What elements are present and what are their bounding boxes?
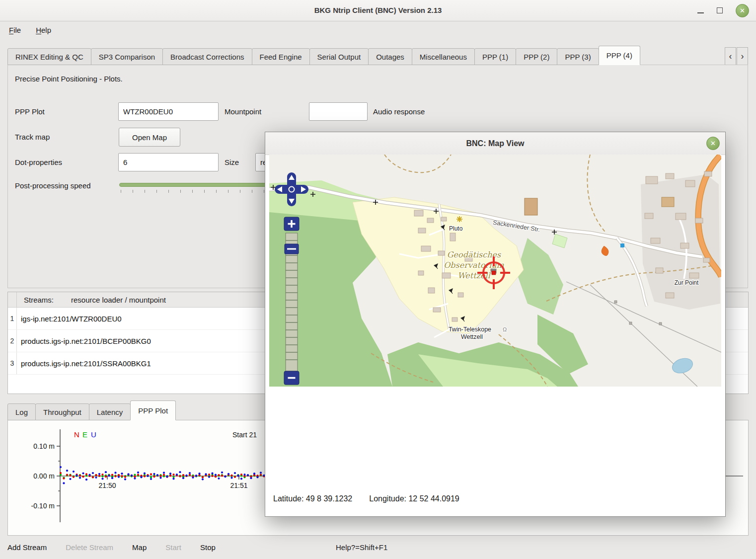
stream-row-index: 2 — [8, 330, 17, 352]
streams-header-columns: resource loader / mountpoint — [71, 296, 166, 304]
plot-tab-throughput[interactable]: Throughput — [35, 403, 89, 420]
svg-text:N: N — [74, 430, 79, 439]
stop-button[interactable]: Stop — [200, 543, 216, 552]
tab-ppp-2[interactable]: PPP (2) — [516, 48, 557, 65]
tab-feed-engine[interactable]: Feed Engine — [252, 48, 310, 65]
map-dialog-title: BNC: Map View — [265, 132, 725, 155]
blue-marker-icon — [620, 243, 624, 247]
svg-text:21:51: 21:51 — [230, 481, 247, 489]
plot-tab-strip: LogThroughputLatencyPPP Plot — [7, 400, 175, 420]
map-button[interactable]: Map — [132, 543, 147, 552]
tab-broadcast-corrections[interactable]: Broadcast Corrections — [162, 48, 252, 65]
mountpoint-input[interactable] — [309, 102, 368, 121]
add-stream-button[interactable]: Add Stream — [7, 543, 47, 552]
track-map-label: Track map — [15, 133, 50, 141]
ppp-plot-input[interactable] — [118, 102, 219, 121]
viewpoint-icon: Ω — [503, 326, 507, 332]
maximize-icon[interactable] — [717, 7, 723, 13]
stream-address: products.igs-ip.net:2101/SSRA00BKG1 — [17, 352, 151, 374]
map-zoom-control — [284, 217, 299, 385]
plot-tab-latency[interactable]: Latency — [89, 403, 131, 420]
minimize-icon[interactable] — [697, 12, 704, 13]
svg-text:21:50: 21:50 — [98, 481, 116, 489]
svg-text:0.10 m: 0.10 m — [33, 442, 55, 450]
tab-miscellaneous[interactable]: Miscellaneous — [412, 48, 475, 65]
app-window: BKG Ntrip Client (BNC) Version 2.13 ✕ Fi… — [0, 0, 756, 559]
plot-tab-ppp-plot[interactable]: PPP Plot — [130, 400, 176, 420]
svg-text:-0.10 m: -0.10 m — [31, 502, 55, 510]
menu-bar: FileHelp — [0, 21, 51, 38]
coordinate-readout: Latitude: 49 8 39.1232 Longitude: 12 52 … — [273, 494, 459, 503]
tab-sp3-comparison[interactable]: SP3 Comparison — [91, 48, 163, 65]
map-dialog: BNC: Map View ✕ — [265, 132, 726, 517]
latitude-value: Latitude: 49 8 39.1232 — [273, 494, 352, 503]
help-shortcut-label: Help?=Shift+F1 — [336, 543, 387, 552]
longitude-value: Longitude: 12 52 44.0919 — [369, 494, 459, 503]
map-canvas[interactable]: Sackenrieder Str. Pluto Geodätisches Obs… — [269, 155, 721, 387]
stream-address: igs-ip.net:2101/WTZR00DEU0 — [17, 308, 122, 329]
tab-rinex-editing-qc[interactable]: RINEX Editing & QC — [7, 48, 91, 65]
tab-outages[interactable]: Outages — [368, 48, 412, 65]
window-title: BKG Ntrip Client (BNC) Version 2.13 — [0, 0, 756, 21]
window-titlebar[interactable]: BKG Ntrip Client (BNC) Version 2.13 ✕ — [0, 0, 756, 21]
tab-scroll-right-button[interactable]: › — [737, 47, 748, 65]
mountpoint-label: Mountpoint — [225, 107, 261, 116]
sun-flower-icon — [456, 216, 462, 222]
svg-text:E: E — [82, 430, 87, 439]
svg-text:Start 21: Start 21 — [232, 431, 257, 439]
footer-toolbar: Add StreamDelete StreamMapStartStop Help… — [0, 536, 756, 559]
close-icon[interactable]: ✕ — [736, 4, 749, 17]
tab-ppp-4[interactable]: PPP (4) — [599, 46, 640, 65]
plot-tab-log[interactable]: Log — [7, 403, 36, 420]
tab-ppp-1[interactable]: PPP (1) — [474, 48, 516, 65]
map-dialog-close-icon[interactable]: ✕ — [706, 137, 720, 150]
menu-file[interactable]: File — [9, 26, 21, 34]
twin-telescope-label-line1: Twin-Teleskope — [449, 326, 491, 333]
svg-text:0.00 m: 0.00 m — [33, 472, 55, 480]
pluto-label: Pluto — [449, 225, 463, 232]
page-description: Precise Point Positioning - Plots. — [15, 75, 123, 83]
tab-scroll-left-button[interactable]: ‹ — [725, 47, 736, 65]
audio-response-label: Audio response — [373, 107, 425, 116]
streams-header-title: Streams: — [24, 296, 54, 304]
tab-serial-output[interactable]: Serial Output — [309, 48, 369, 65]
large-tan-building — [525, 198, 537, 215]
tab-ppp-3[interactable]: PPP (3) — [557, 48, 599, 65]
dot-properties-label: Dot-properties — [15, 158, 62, 166]
ppp-plot-label: PPP Plot — [15, 107, 45, 116]
size-label: Size — [225, 158, 239, 166]
tab-strip: RINEX Editing & QCSP3 ComparisonBroadcas… — [7, 46, 723, 65]
svg-text:U: U — [91, 430, 96, 439]
menu-help[interactable]: Help — [36, 26, 51, 34]
tan-building — [662, 197, 674, 207]
stream-row-index: 3 — [8, 352, 17, 374]
map-dialog-titlebar[interactable]: BNC: Map View ✕ — [265, 132, 725, 155]
start-button: Start — [165, 543, 181, 552]
twin-telescope-label-line2: Wettzell — [461, 333, 483, 340]
open-map-button[interactable]: Open Map — [119, 128, 180, 147]
zur-point-label: Zur Point — [675, 279, 699, 286]
stream-address: products.igs-ip.net:2101/BCEP00BKG0 — [17, 330, 151, 352]
streams-corner-cell — [8, 292, 17, 307]
stream-row-index: 1 — [8, 308, 17, 329]
dot-size-input[interactable] — [118, 153, 219, 171]
footer-buttons: Add StreamDelete StreamMapStartStop — [7, 543, 216, 552]
post-processing-speed-label: Post-processing speed — [15, 181, 91, 190]
delete-stream-button: Delete Stream — [66, 543, 113, 552]
